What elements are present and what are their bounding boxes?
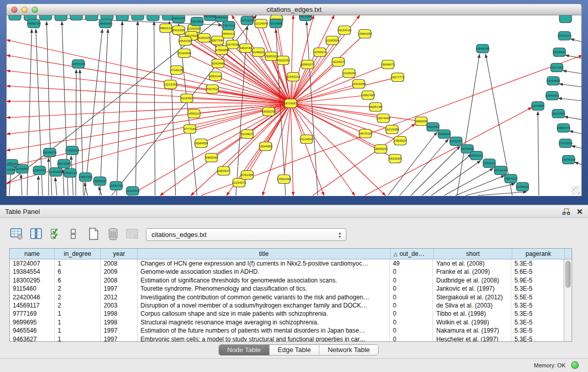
graph-node[interactable]: 20691406	[98, 19, 113, 28]
graph-node[interactable]: 1640954	[427, 123, 440, 132]
select-columns-icon[interactable]	[48, 226, 63, 242]
tab-node-table[interactable]: Node Table	[219, 345, 270, 355]
graph-node[interactable]: 11543316	[286, 73, 300, 81]
table-row[interactable]: 1872400712008Changes of HCN gene express…	[10, 259, 564, 268]
network-window-titlebar[interactable]: citations_edges.txt	[6, 4, 582, 15]
graph-node[interactable]: 17654498	[277, 175, 291, 184]
graph-node[interactable]: 12093852	[546, 77, 560, 85]
graph-node[interactable]: 9245652	[516, 183, 529, 191]
delete-table-icon[interactable]	[105, 226, 121, 242]
table-row[interactable]: 2242004622012Investigating the contribut…	[10, 293, 564, 301]
graph-node[interactable]: 22108391	[342, 69, 356, 78]
graph-node[interactable]: 19384554	[194, 139, 208, 148]
table-row[interactable]: 946554611997Estimation of the future num…	[10, 326, 564, 335]
graph-node[interactable]: 3913545	[7, 166, 15, 174]
graph-node[interactable]: 2718126	[170, 66, 183, 75]
graph-node[interactable]: 8938924	[438, 130, 451, 139]
graph-node[interactable]: 8471676	[494, 166, 507, 175]
table-row[interactable]: 969969511998Structural magnetic resonanc…	[10, 318, 564, 326]
minimize-window-button[interactable]	[21, 7, 28, 13]
graph-node[interactable]: 11675334	[561, 156, 576, 164]
table-row[interactable]: 1830029562008Estimation of significance …	[10, 276, 564, 285]
column-header-short[interactable]: short	[434, 249, 512, 259]
graph-node[interactable]: 13505135	[63, 169, 77, 178]
graph-node[interactable]: 9104637	[241, 130, 254, 139]
graph-node[interactable]: 9756085	[215, 46, 228, 55]
graph-node[interactable]: 8454749	[239, 44, 252, 53]
graph-node[interactable]: 10719155	[240, 16, 254, 25]
graph-node[interactable]: 12213363	[163, 80, 178, 89]
graph-node[interactable]: 15134547	[299, 135, 314, 144]
column-header-in_degree[interactable]: in_degree	[55, 249, 101, 259]
network-canvas[interactable]: 18724007 18300295 8860123 8912955 222605…	[6, 15, 582, 196]
graph-node[interactable]: 16210643	[551, 110, 565, 118]
column-header-pagerank[interactable]: pagerank	[512, 249, 565, 259]
tab-network-table[interactable]: Network Table	[319, 345, 378, 355]
graph-node[interactable]: 22420046	[177, 49, 191, 58]
graph-node[interactable]: 2933114	[470, 151, 483, 160]
column-header-out_de[interactable]: △out_de…	[390, 249, 434, 259]
graph-node[interactable]: 17016504	[558, 139, 573, 148]
graph-node[interactable]	[132, 15, 144, 20]
table-row[interactable]: 977716911998Corpus callosum shape and si…	[10, 310, 564, 318]
graph-node[interactable]: 8427512	[206, 85, 219, 94]
table-row[interactable]: 911546021997Tourette syndrome. Phenomeno…	[10, 285, 564, 293]
graph-node[interactable]: 8533093	[389, 155, 402, 163]
graph-node[interactable]: 9777169	[184, 125, 197, 134]
graph-node[interactable]: 8813054	[299, 15, 312, 21]
float-panel-icon[interactable]	[562, 208, 570, 215]
table-row[interactable]: 1456911722003Disruption of a novel membe…	[10, 301, 564, 310]
graph-node[interactable]: 9699695	[415, 117, 428, 126]
graph-node[interactable]	[70, 15, 82, 20]
graph-node[interactable]: 16543382	[178, 37, 192, 46]
graph-node[interactable]: 8912955	[172, 26, 185, 35]
graph-node[interactable]: 16782759	[109, 182, 123, 190]
column-header-name[interactable]: name	[10, 249, 55, 259]
window-resize-grip[interactable]	[572, 186, 580, 194]
graph-node[interactable]: 19218986	[269, 19, 283, 28]
new-table-icon[interactable]	[86, 226, 101, 242]
zoom-window-button[interactable]	[32, 7, 38, 13]
graph-node[interactable]	[116, 15, 128, 21]
table-row[interactable]: 1938455462009Genome-wide association stu…	[10, 268, 564, 276]
graph-node[interactable]: 9242848	[212, 59, 225, 68]
graph-node[interactable]: 11451907	[49, 168, 63, 177]
graph-node[interactable]: 21053346	[71, 60, 85, 69]
graph-node[interactable]: 9463627	[217, 167, 230, 176]
graph-node[interactable]: 13044855	[258, 142, 273, 151]
graph-node[interactable]: 8215955	[532, 102, 545, 111]
table-vertical-scrollbar[interactable]	[564, 259, 572, 341]
graph-node[interactable]: 16104671	[331, 58, 345, 67]
graph-node[interactable]	[55, 15, 67, 21]
graph-node[interactable]: 20206576	[42, 148, 57, 157]
graph-node[interactable]: 7832621	[483, 159, 496, 168]
graph-node[interactable]: 8860123	[160, 24, 172, 33]
graph-node[interactable]: 17359924	[65, 146, 79, 155]
graph-node[interactable]: 9115460	[181, 94, 193, 103]
graph-node[interactable]: 16164129	[337, 26, 352, 35]
graph-node[interactable]: 16648784	[475, 45, 490, 53]
graph-node[interactable]: 15849202	[374, 145, 388, 154]
graph-node[interactable]: 16975887	[57, 160, 71, 168]
table-row[interactable]: 946362711997Embryonic stem cells: a mode…	[10, 335, 564, 341]
graph-node[interactable]: 7483503	[394, 137, 407, 145]
graph-node[interactable]: 18575181	[358, 129, 373, 138]
graph-node[interactable]: 18300295	[262, 107, 276, 116]
graph-node[interactable]: 11514469	[352, 80, 366, 89]
merge-tables-icon[interactable]	[66, 226, 81, 242]
graph-node[interactable]: 8995738	[369, 103, 382, 112]
close-window-button[interactable]	[11, 7, 17, 13]
graph-node[interactable]	[9, 15, 21, 20]
graph-node[interactable]	[39, 15, 52, 20]
graph-node[interactable]: 6679197	[450, 137, 463, 146]
graph-node[interactable]: 10655287	[171, 15, 186, 23]
column-visibility-icon[interactable]	[29, 226, 44, 242]
graph-node[interactable]: 9146821	[252, 48, 265, 57]
graph-node[interactable]: 9329966	[553, 48, 566, 57]
graph-node[interactable]	[559, 15, 572, 23]
graph-node[interactable]: 7357224	[223, 21, 235, 30]
graph-node[interactable]: 8322035	[277, 56, 290, 65]
graph-node[interactable]: 10654112	[504, 174, 518, 183]
graph-node[interactable]: 12342757	[32, 166, 47, 175]
tab-edge-table[interactable]: Edge Table	[270, 345, 320, 355]
